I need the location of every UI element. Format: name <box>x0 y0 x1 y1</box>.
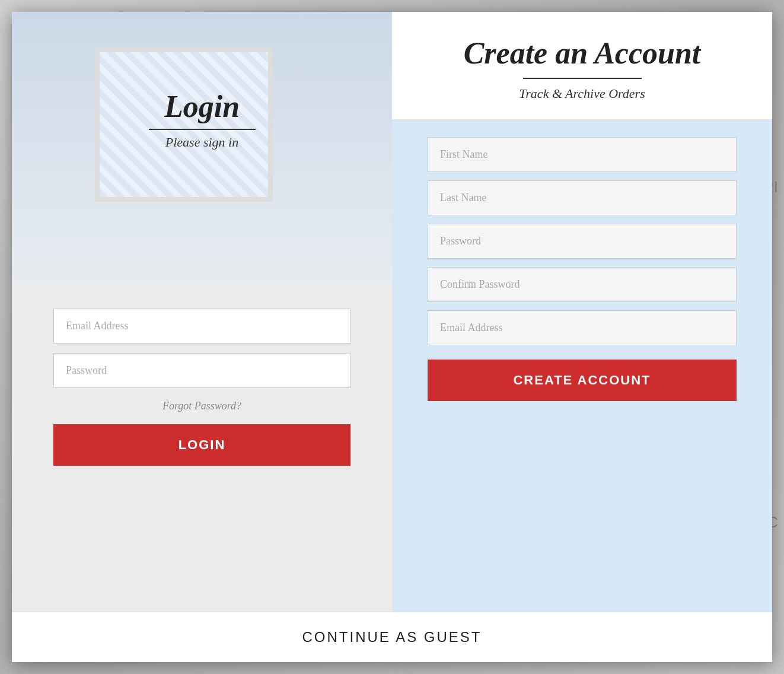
login-email-input[interactable] <box>53 309 350 344</box>
login-title-overlay: Login Please sign in <box>12 89 392 150</box>
forgot-password-link[interactable]: Forgot Password? <box>53 400 350 412</box>
create-account-button[interactable]: CREATE ACCOUNT <box>428 360 737 401</box>
first-name-input[interactable] <box>428 137 737 172</box>
login-title: Login <box>12 89 392 124</box>
create-password-input[interactable] <box>428 224 737 259</box>
create-header: Create an Account Track & Archive Orders <box>392 12 772 119</box>
create-panel: Create an Account Track & Archive Orders… <box>392 12 772 612</box>
confirm-password-input[interactable] <box>428 267 737 302</box>
modal: Login Please sign in Forgot Password? LO… <box>12 12 772 662</box>
last-name-input[interactable] <box>428 180 737 215</box>
login-form-area: Forgot Password? LOGIN <box>12 285 392 612</box>
create-title-divider <box>523 78 642 79</box>
create-form-area: CREATE ACCOUNT <box>392 119 772 612</box>
login-subtitle: Please sign in <box>12 135 392 150</box>
modal-body: Login Please sign in Forgot Password? LO… <box>12 12 772 612</box>
login-password-input[interactable] <box>53 353 350 388</box>
modal-footer: CONTINUE AS GUEST <box>12 612 772 662</box>
create-account-subtitle: Track & Archive Orders <box>428 86 737 101</box>
login-button[interactable]: LOGIN <box>53 424 350 466</box>
login-panel: Login Please sign in Forgot Password? LO… <box>12 12 392 612</box>
login-title-divider <box>149 129 256 130</box>
create-email-input[interactable] <box>428 310 737 345</box>
create-account-title: Create an Account <box>428 36 737 71</box>
continue-as-guest-link[interactable]: CONTINUE AS GUEST <box>28 629 756 646</box>
login-image-area: Login Please sign in <box>12 12 392 285</box>
